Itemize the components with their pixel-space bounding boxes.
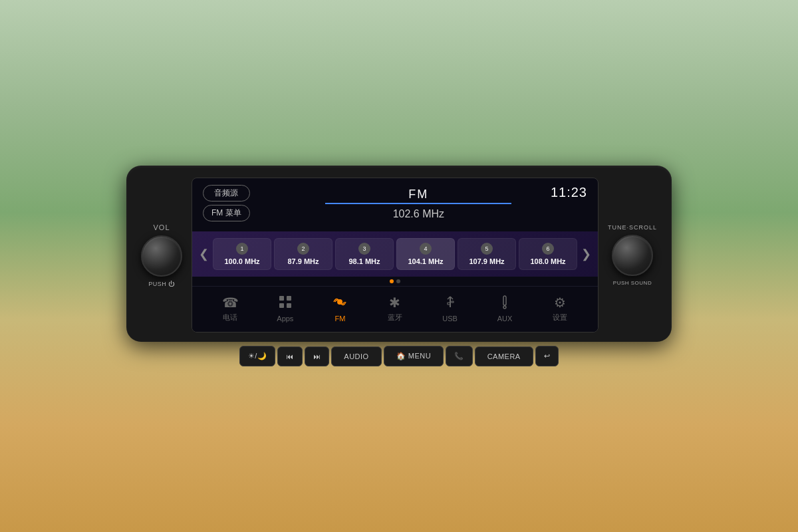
svg-point-11: [503, 306, 506, 309]
preset-4[interactable]: 4 104.1 MHz: [396, 238, 455, 270]
audio-button[interactable]: AUDIO: [331, 346, 381, 366]
audio-source-button[interactable]: 音频源: [203, 185, 250, 201]
next-preset-arrow[interactable]: ❯: [577, 247, 595, 261]
aux-icon: [497, 295, 512, 313]
bluetooth-label: 蓝牙: [388, 313, 402, 323]
preset-freq-6: 108.0 MHz: [530, 257, 565, 265]
right-controls: TUNE·SCROLL PUSH SOUND: [608, 224, 657, 286]
clock: 11:23: [551, 185, 587, 200]
apps-label: Apps: [277, 315, 293, 323]
svg-rect-8: [448, 303, 450, 305]
prev-track-button[interactable]: ⏮: [277, 346, 303, 366]
svg-rect-10: [503, 296, 506, 305]
tune-knob[interactable]: [612, 235, 653, 276]
preset-num-1: 1: [236, 243, 248, 255]
preset-num-3: 3: [358, 243, 370, 255]
station-title: FM: [408, 188, 428, 201]
blue-line: [325, 203, 511, 204]
svg-rect-2: [279, 303, 284, 308]
presets-container: 1 100.0 MHz 2 87.9 MHz 3 98.1 MHz 4: [213, 238, 577, 270]
preset-5[interactable]: 5 107.9 MHz: [458, 238, 516, 270]
apps-icon: [278, 295, 293, 313]
vol-label: VOL: [153, 223, 170, 231]
preset-6[interactable]: 6 108.0 MHz: [519, 238, 577, 270]
nav-usb[interactable]: USB: [422, 292, 477, 325]
preset-3[interactable]: 3 98.1 MHz: [335, 238, 394, 270]
preset-freq-1: 100.0 MHz: [224, 257, 259, 265]
preset-num-4: 4: [420, 243, 432, 255]
preset-bar: ❮ 1 100.0 MHz 2 87.9 MHz 3 98.1 MHz: [192, 231, 598, 277]
frequency-display: 102.6 MHz: [393, 208, 444, 220]
bottom-console: ☀/🌙 ⏮ ⏭ AUDIO 🏠 MENU 📞 CAMERA ↩: [126, 346, 672, 366]
preset-num-2: 2: [297, 243, 309, 255]
screen-wrapper: 音频源 FM 菜单 FM 102.6 MHz 11:23 ❮ 1: [192, 178, 598, 332]
svg-rect-9: [452, 301, 454, 303]
phone-icon: ☎: [222, 295, 239, 311]
dot-indicator: [192, 277, 598, 286]
nav-apps[interactable]: Apps: [258, 292, 313, 325]
fm-icon: [332, 295, 347, 313]
svg-rect-0: [279, 296, 284, 301]
call-button[interactable]: 📞: [446, 346, 473, 366]
nav-settings[interactable]: ⚙ 设置: [532, 292, 587, 325]
settings-icon: ⚙: [554, 295, 566, 311]
head-unit: VOL PUSH ⏻ 音频源 FM 菜单 FM 102.6 MHz: [126, 166, 672, 342]
settings-label: 设置: [553, 313, 567, 323]
console-unit: VOL PUSH ⏻ 音频源 FM 菜单 FM 102.6 MHz: [126, 166, 672, 366]
menu-button[interactable]: 🏠 MENU: [384, 346, 444, 366]
fm-menu-button[interactable]: FM 菜单: [203, 205, 250, 221]
svg-rect-1: [287, 296, 291, 301]
bottom-nav: ☎ 电话 Apps: [192, 286, 598, 332]
usb-icon: [443, 295, 458, 313]
aux-label: AUX: [497, 315, 513, 323]
nav-bluetooth[interactable]: ✱ 蓝牙: [368, 292, 423, 325]
dot-1: [390, 279, 394, 283]
preset-freq-5: 107.9 MHz: [469, 257, 504, 265]
push-sound-label: PUSH SOUND: [613, 280, 652, 286]
preset-freq-3: 98.1 MHz: [348, 257, 380, 265]
nav-fm[interactable]: FM: [313, 292, 368, 325]
preset-freq-4: 104.1 MHz: [408, 257, 443, 265]
source-buttons: 音频源 FM 菜单: [203, 185, 250, 221]
bluetooth-icon: ✱: [389, 295, 400, 311]
preset-num-5: 5: [481, 243, 493, 255]
svg-rect-3: [287, 303, 291, 308]
preset-1[interactable]: 1 100.0 MHz: [213, 238, 271, 270]
center-info: FM 102.6 MHz: [250, 185, 587, 220]
push-label: PUSH ⏻: [148, 281, 175, 287]
phone-label: 电话: [223, 313, 237, 323]
fm-label: FM: [334, 315, 345, 323]
preset-num-6: 6: [542, 243, 554, 255]
screen: 音频源 FM 菜单 FM 102.6 MHz 11:23 ❮ 1: [192, 178, 598, 332]
back-button[interactable]: ↩: [535, 346, 559, 366]
prev-preset-arrow[interactable]: ❮: [195, 247, 213, 261]
dot-2: [396, 279, 400, 283]
next-track-button[interactable]: ⏭: [305, 346, 330, 366]
tune-label: TUNE·SCROLL: [608, 224, 657, 231]
display-mode-button[interactable]: ☀/🌙: [239, 346, 276, 366]
camera-button[interactable]: CAMERA: [475, 346, 533, 366]
preset-freq-2: 87.9 MHz: [287, 257, 319, 265]
nav-phone[interactable]: ☎ 电话: [203, 292, 258, 325]
nav-aux[interactable]: AUX: [477, 292, 533, 325]
preset-2[interactable]: 2 87.9 MHz: [274, 238, 332, 270]
physical-btn-row: ☀/🌙 ⏮ ⏭ AUDIO 🏠 MENU 📞 CAMERA ↩: [239, 346, 559, 366]
top-bar: 音频源 FM 菜单 FM 102.6 MHz 11:23: [192, 178, 598, 231]
vol-knob[interactable]: [141, 235, 182, 277]
usb-label: USB: [442, 315, 458, 323]
left-controls: VOL PUSH ⏻: [141, 223, 182, 287]
